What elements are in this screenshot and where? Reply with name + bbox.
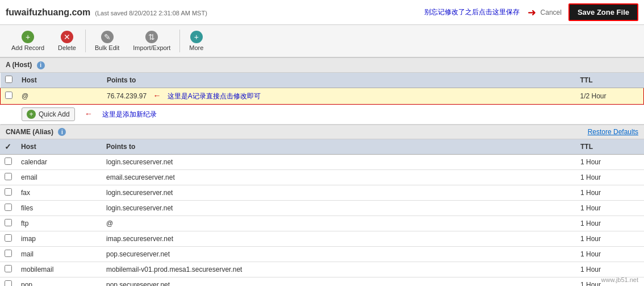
cname-record-host-4[interactable]: ftp <box>16 216 102 231</box>
cname-record-ttl-5: 1 Hour <box>576 231 644 247</box>
a-host-record-checkbox[interactable] <box>5 92 12 99</box>
a-host-section-header: A (Host) i <box>0 57 644 73</box>
cname-record-checkbox-5[interactable] <box>5 234 12 242</box>
cancel-link[interactable]: Cancel <box>541 9 562 16</box>
a-host-check-col-header <box>1 73 18 88</box>
a-record-annotation: 这里是A记录直接点击修改即可 <box>168 92 261 100</box>
a-host-record-host[interactable]: @ <box>17 88 102 104</box>
more-icon: + <box>190 31 203 43</box>
a-host-section-title-container: A (Host) i <box>6 61 45 69</box>
delete-icon: ✕ <box>61 31 73 43</box>
import-export-label: Import/Export <box>133 44 170 51</box>
cname-table: ✓ Host Points to TTL calendar login.secu… <box>0 139 644 286</box>
cname-record-checkbox-3[interactable] <box>5 204 12 211</box>
cname-section-title: CNAME (Alias) <box>6 128 53 136</box>
more-button[interactable]: + More <box>182 28 210 53</box>
cname-table-body: calendar login.secureserver.net 1 Hour e… <box>0 155 644 287</box>
cname-record-row[interactable]: calendar login.secureserver.net 1 Hour <box>0 155 644 170</box>
cname-record-host-2[interactable]: fax <box>16 185 102 201</box>
cname-record-host-0[interactable]: calendar <box>16 155 102 170</box>
a-host-ttl-col-header: TTL <box>576 73 644 88</box>
cname-record-check-8 <box>0 277 16 287</box>
a-host-info-icon[interactable]: i <box>37 61 45 69</box>
quick-add-annotation: 这里是添加新纪录 <box>102 110 157 118</box>
add-record-label: Add Record <box>11 44 44 51</box>
cname-record-pointsto-7: mobilemail-v01.prod.mesa1.secureserver.n… <box>102 262 576 277</box>
cname-table-header-row: ✓ Host Points to TTL <box>0 139 644 155</box>
cname-record-host-3[interactable]: files <box>16 201 102 216</box>
site-title: fuwaifuzhuang.com <box>6 7 90 18</box>
cname-record-ttl-3: 1 Hour <box>576 201 644 216</box>
cname-record-row[interactable]: pop pop.secureserver.net 1 Hour <box>0 277 644 287</box>
cname-record-row[interactable]: mobilemail mobilemail-v01.prod.mesa1.sec… <box>0 262 644 277</box>
quick-add-cell: + Quick Add ← 这里是添加新纪录 <box>17 104 644 124</box>
cname-record-row[interactable]: fax login.secureserver.net 1 Hour <box>0 185 644 201</box>
a-host-table-header-row: Host Points to TTL <box>1 73 644 88</box>
cname-record-check-1 <box>0 170 16 185</box>
cname-record-pointsto-5: imap.secureserver.net <box>102 231 576 247</box>
cname-record-checkbox-0[interactable] <box>5 157 12 165</box>
cname-record-check-0 <box>0 155 16 170</box>
cname-record-check-5 <box>0 231 16 247</box>
cname-record-ttl-1: 1 Hour <box>576 170 644 185</box>
a-host-ip-value: 76.74.239.97 <box>107 92 147 100</box>
cname-record-checkbox-8[interactable] <box>5 280 12 286</box>
import-export-button[interactable]: ⇅ Import/Export <box>126 28 177 53</box>
cname-record-host-8[interactable]: pop <box>16 277 102 287</box>
a-host-pointsto-col-header: Points to <box>102 73 576 88</box>
cname-record-checkbox-1[interactable] <box>5 173 12 180</box>
cname-checkmark-header: ✓ <box>5 142 11 151</box>
a-host-record-check <box>1 88 18 104</box>
cname-record-host-6[interactable]: mail <box>16 247 102 262</box>
arrow-save-icon: ➜ <box>528 6 536 19</box>
a-record-arrow: ← <box>153 91 161 100</box>
cname-record-checkbox-2[interactable] <box>5 188 12 196</box>
quick-add-check-cell <box>1 104 18 124</box>
a-host-select-all-checkbox[interactable] <box>5 76 12 83</box>
cname-ttl-col-header: TTL <box>576 139 644 155</box>
cname-record-pointsto-3: login.secureserver.net <box>102 201 576 216</box>
cname-record-host-7[interactable]: mobilemail <box>16 262 102 277</box>
cname-host-col-header: Host <box>16 139 102 155</box>
cname-record-row[interactable]: ftp @ 1 Hour <box>0 216 644 231</box>
last-saved: (Last saved 8/20/2012 2:31:08 AM MST) <box>95 10 207 16</box>
cname-record-checkbox-7[interactable] <box>5 265 12 272</box>
a-host-section: A (Host) i Host Points to TTL @ <box>0 57 644 125</box>
header-right: 别忘记修改了之后点击这里保存 ➜ Cancel Save Zone File <box>424 3 638 21</box>
a-host-record-row[interactable]: @ 76.74.239.97 ← 这里是A记录直接点击修改即可 1/2 Hour <box>1 88 644 104</box>
quick-add-row: + Quick Add ← 这里是添加新纪录 <box>1 104 644 124</box>
restore-defaults-link[interactable]: Restore Defaults <box>588 128 638 136</box>
cname-record-check-4 <box>0 216 16 231</box>
cname-record-ttl-0: 1 Hour <box>576 155 644 170</box>
cname-record-pointsto-1: email.secureserver.net <box>102 170 576 185</box>
cname-record-checkbox-6[interactable] <box>5 250 12 257</box>
cname-record-pointsto-0: login.secureserver.net <box>102 155 576 170</box>
cname-record-row[interactable]: email email.secureserver.net 1 Hour <box>0 170 644 185</box>
watermark: www.jb51.net <box>601 276 638 283</box>
cname-record-ttl-7: 1 Hour <box>576 262 644 277</box>
cname-record-host-5[interactable]: imap <box>16 231 102 247</box>
cname-info-icon[interactable]: i <box>58 128 66 136</box>
quick-add-button[interactable]: + Quick Add <box>22 107 75 121</box>
cname-record-row[interactable]: imap imap.secureserver.net 1 Hour <box>0 231 644 247</box>
add-record-button[interactable]: + Add Record <box>5 28 51 53</box>
quick-add-icon: + <box>27 110 36 119</box>
delete-button[interactable]: ✕ Delete <box>51 28 83 53</box>
add-record-icon: + <box>22 31 34 43</box>
cname-record-pointsto-2: login.secureserver.net <box>102 185 576 201</box>
bulk-edit-label: Bulk Edit <box>95 44 119 51</box>
cname-record-host-1[interactable]: email <box>16 170 102 185</box>
save-zone-file-button[interactable]: Save Zone File <box>568 3 638 21</box>
a-host-record-ttl: 1/2 Hour <box>576 88 644 104</box>
more-label: More <box>189 44 203 51</box>
cname-record-pointsto-8: pop.secureserver.net <box>102 277 576 287</box>
cname-record-ttl-2: 1 Hour <box>576 185 644 201</box>
header-left: fuwaifuzhuang.com (Last saved 8/20/2012 … <box>6 7 207 18</box>
cname-record-row[interactable]: files login.secureserver.net 1 Hour <box>0 201 644 216</box>
bulk-edit-button[interactable]: ✎ Bulk Edit <box>88 28 126 53</box>
cname-record-row[interactable]: mail pop.secureserver.net 1 Hour <box>0 247 644 262</box>
cname-record-checkbox-4[interactable] <box>5 219 12 226</box>
a-host-host-col-header: Host <box>17 73 102 88</box>
a-host-record-pointsto[interactable]: 76.74.239.97 ← 这里是A记录直接点击修改即可 <box>102 88 576 104</box>
header: fuwaifuzhuang.com (Last saved 8/20/2012 … <box>0 0 644 25</box>
